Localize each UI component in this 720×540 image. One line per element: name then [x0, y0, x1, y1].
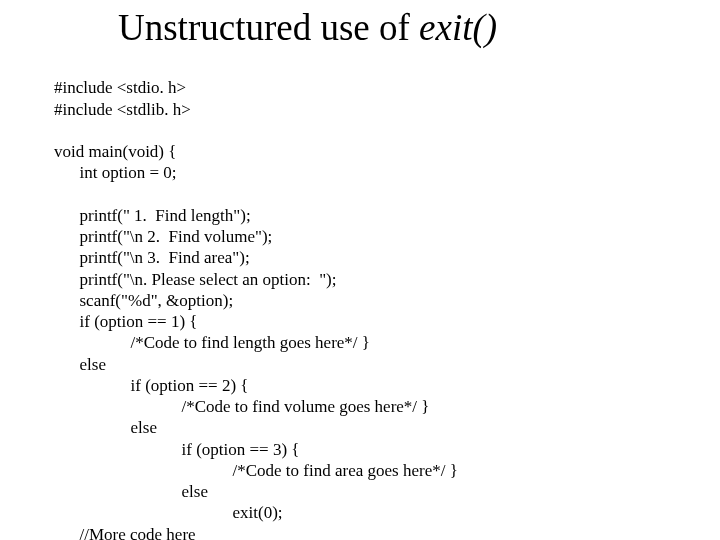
title-function-name: exit()	[419, 7, 497, 48]
code-line: int option = 0;	[54, 163, 176, 182]
code-block: #include <stdio. h> #include <stdlib. h>…	[54, 56, 458, 540]
code-line: void main(void) {	[54, 142, 176, 161]
code-line: else	[54, 355, 106, 374]
title-text: Unstructured use of	[118, 7, 419, 48]
code-line: /*Code to find area goes here*/ }	[54, 461, 458, 480]
code-line: else	[54, 418, 157, 437]
code-line: printf("\n. Please select an option: ");	[54, 270, 337, 289]
code-line: if (option == 2) {	[54, 376, 249, 395]
code-line: scanf("%d", &option);	[54, 291, 233, 310]
code-line: #include <stdio. h>	[54, 78, 186, 97]
code-line: #include <stdlib. h>	[54, 100, 191, 119]
code-line: if (option == 1) {	[54, 312, 198, 331]
code-line: printf(" 1. Find length");	[54, 206, 251, 225]
slide: Unstructured use of exit() #include <std…	[0, 0, 720, 540]
code-line: /*Code to find volume goes here*/ }	[54, 397, 430, 416]
slide-title: Unstructured use of exit()	[118, 8, 497, 49]
code-line: /*Code to find length goes here*/ }	[54, 333, 370, 352]
code-line: exit(0);	[54, 503, 283, 522]
code-line: printf("\n 2. Find volume");	[54, 227, 272, 246]
code-line: if (option == 3) {	[54, 440, 300, 459]
code-line: printf("\n 3. Find area");	[54, 248, 250, 267]
code-line: //More code here	[54, 525, 196, 541]
code-line: else	[54, 482, 208, 501]
